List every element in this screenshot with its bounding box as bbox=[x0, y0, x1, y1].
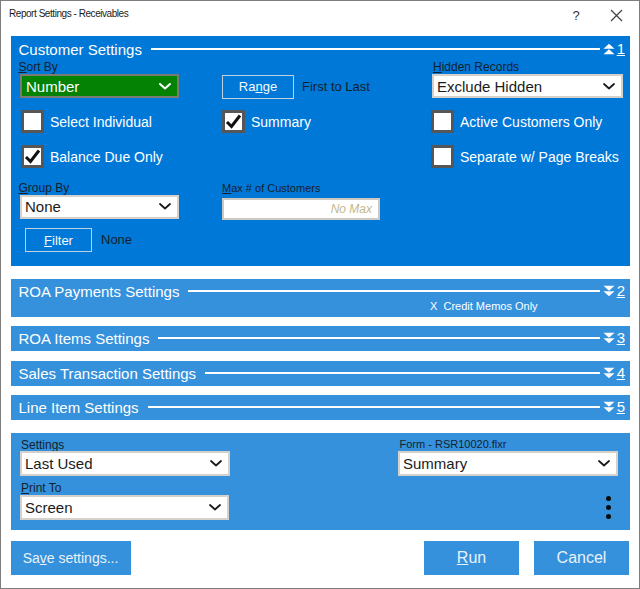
panel-number: 4 bbox=[617, 364, 625, 382]
close-icon bbox=[610, 9, 623, 22]
group-by-select[interactable]: None bbox=[20, 195, 179, 219]
hidden-records-label: Hidden Records bbox=[433, 60, 519, 74]
close-button[interactable] bbox=[600, 1, 632, 29]
panel-title: Sales Transaction Settings bbox=[19, 365, 197, 382]
panel-title: ROA Payments Settings bbox=[19, 283, 180, 300]
summary-checkbox[interactable]: Summary bbox=[222, 110, 311, 133]
checkbox-box bbox=[431, 145, 454, 168]
panel-number: 3 bbox=[617, 329, 625, 347]
customer-settings-header[interactable]: Customer Settings 1 bbox=[19, 39, 626, 59]
panel-title: ROA Items Settings bbox=[19, 330, 150, 347]
checkbox-label: Active Customers Only bbox=[460, 114, 602, 130]
window-title: Report Settings - Receivables bbox=[9, 8, 128, 19]
chevron-down-icon bbox=[598, 460, 610, 467]
checkbox-box bbox=[222, 110, 245, 133]
chevron-down-icon bbox=[209, 504, 221, 511]
panel-title: Customer Settings bbox=[19, 41, 142, 58]
group-by-value: None bbox=[22, 198, 159, 215]
settings-select[interactable]: Last Used bbox=[20, 451, 230, 476]
checkmark-icon bbox=[225, 113, 242, 130]
checkbox-box bbox=[21, 145, 44, 168]
sort-by-select[interactable]: Number bbox=[20, 74, 179, 98]
separate-page-breaks-checkbox[interactable]: Separate w/ Page Breaks bbox=[431, 145, 619, 168]
sales-transaction-panel: Sales Transaction Settings 4 bbox=[11, 361, 631, 386]
checkmark-icon bbox=[24, 148, 41, 165]
hidden-records-select[interactable]: Exclude Hidden bbox=[432, 74, 623, 98]
max-customers-placeholder: No Max bbox=[331, 202, 378, 216]
expand-icon[interactable] bbox=[603, 401, 615, 413]
header-rule bbox=[158, 337, 599, 339]
chevron-down-icon bbox=[159, 83, 171, 90]
checkbox-label: Separate w/ Page Breaks bbox=[460, 149, 619, 165]
form-select[interactable]: Summary bbox=[398, 451, 618, 476]
checkbox-label: Summary bbox=[251, 114, 311, 130]
run-button[interactable]: Run bbox=[424, 541, 519, 575]
more-options-kebab-icon[interactable] bbox=[606, 496, 611, 519]
print-to-label: Print To bbox=[21, 481, 61, 495]
max-customers-label: Max # of Customers bbox=[222, 182, 320, 194]
checkbox-box bbox=[21, 110, 44, 133]
header-rule bbox=[205, 372, 600, 374]
filter-button[interactable]: Filter bbox=[25, 228, 92, 252]
header-rule bbox=[151, 48, 600, 50]
expand-icon[interactable] bbox=[603, 285, 615, 297]
settings-label: Settings bbox=[21, 438, 64, 452]
panel-number: 1 bbox=[617, 40, 625, 58]
max-customers-input[interactable]: No Max bbox=[222, 198, 380, 220]
form-value: Summary bbox=[400, 455, 598, 472]
header-rule bbox=[148, 406, 600, 408]
report-settings-dialog: Report Settings - Receivables ? Customer… bbox=[0, 0, 640, 589]
cancel-button[interactable]: Cancel bbox=[534, 541, 629, 575]
checkbox-label: Balance Due Only bbox=[50, 149, 163, 165]
checkbox-box bbox=[431, 110, 454, 133]
print-to-value: Screen bbox=[22, 499, 209, 516]
roa-payments-summary: X Credit Memos Only bbox=[430, 300, 538, 312]
panel-title: Line Item Settings bbox=[19, 399, 139, 416]
sort-by-label: Sort By bbox=[19, 60, 58, 74]
settings-value: Last Used bbox=[22, 455, 210, 472]
kebab-dot bbox=[606, 505, 611, 510]
save-settings-button[interactable]: Save settings... bbox=[11, 541, 131, 575]
line-item-panel: Line Item Settings 5 bbox=[11, 395, 631, 420]
panel-number: 5 bbox=[617, 398, 625, 416]
print-to-select[interactable]: Screen bbox=[20, 495, 229, 520]
active-customers-only-checkbox[interactable]: Active Customers Only bbox=[431, 110, 602, 133]
balance-due-only-checkbox[interactable]: Balance Due Only bbox=[21, 145, 163, 168]
title-bar: Report Settings - Receivables ? bbox=[1, 1, 639, 31]
roa-items-panel: ROA Items Settings 3 bbox=[11, 326, 631, 351]
roa-items-header[interactable]: ROA Items Settings 3 bbox=[19, 328, 626, 348]
form-label: Form - RSR10020.flxr bbox=[400, 438, 507, 450]
customer-settings-panel: Customer Settings 1 Sort By Number Range… bbox=[11, 36, 631, 266]
line-item-header[interactable]: Line Item Settings 5 bbox=[19, 397, 626, 417]
roa-payments-panel: ROA Payments Settings 2 X Credit Memos O… bbox=[11, 279, 631, 317]
select-individual-checkbox[interactable]: Select Individual bbox=[21, 110, 152, 133]
output-panel: Settings Last Used Form - RSR10020.flxr … bbox=[11, 433, 631, 530]
collapse-icon[interactable] bbox=[603, 43, 615, 55]
group-by-label: Group By bbox=[19, 181, 70, 195]
checkbox-label: Select Individual bbox=[50, 114, 152, 130]
kebab-dot bbox=[606, 496, 611, 501]
hidden-records-value: Exclude Hidden bbox=[434, 78, 603, 95]
chevron-down-icon bbox=[210, 460, 222, 467]
filter-value: None bbox=[101, 228, 132, 252]
chevron-down-icon bbox=[159, 203, 171, 210]
header-rule bbox=[188, 290, 599, 292]
help-button[interactable]: ? bbox=[560, 1, 592, 29]
range-button[interactable]: Range bbox=[222, 75, 294, 99]
range-value: First to Last bbox=[302, 75, 370, 99]
chevron-down-icon bbox=[603, 83, 615, 90]
kebab-dot bbox=[606, 514, 611, 519]
expand-icon[interactable] bbox=[603, 332, 615, 344]
sort-by-value: Number bbox=[22, 78, 159, 95]
roa-payments-header[interactable]: ROA Payments Settings 2 bbox=[19, 281, 626, 301]
sales-transaction-header[interactable]: Sales Transaction Settings 4 bbox=[19, 363, 626, 383]
expand-icon[interactable] bbox=[603, 367, 615, 379]
panel-number: 2 bbox=[617, 282, 625, 300]
